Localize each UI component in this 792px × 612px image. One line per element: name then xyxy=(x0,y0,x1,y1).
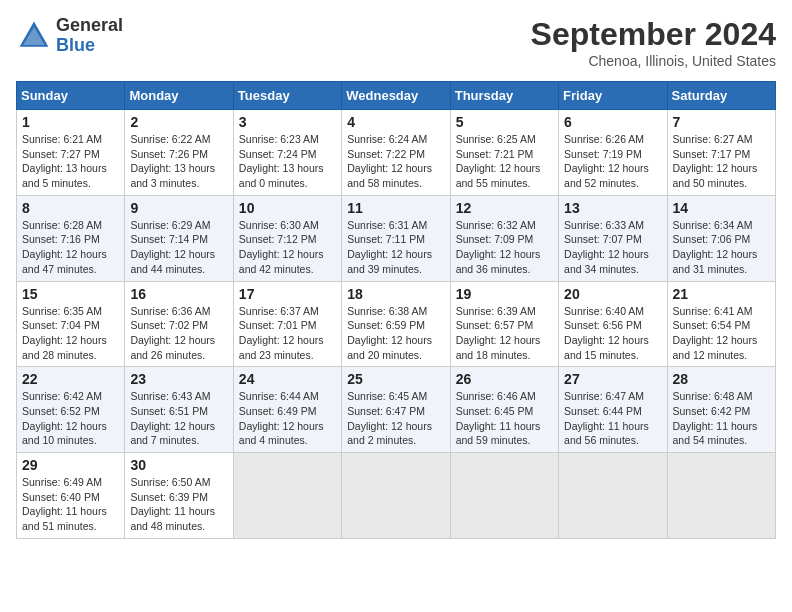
calendar-cell: 5Sunrise: 6:25 AMSunset: 7:21 PMDaylight… xyxy=(450,110,558,196)
day-number: 8 xyxy=(22,200,119,216)
day-info: Sunrise: 6:21 AMSunset: 7:27 PMDaylight:… xyxy=(22,132,119,191)
day-info: Sunrise: 6:32 AMSunset: 7:09 PMDaylight:… xyxy=(456,218,553,277)
day-info: Sunrise: 6:37 AMSunset: 7:01 PMDaylight:… xyxy=(239,304,336,363)
day-number: 23 xyxy=(130,371,227,387)
day-number: 17 xyxy=(239,286,336,302)
calendar-week-row: 29Sunrise: 6:49 AMSunset: 6:40 PMDayligh… xyxy=(17,453,776,539)
day-number: 1 xyxy=(22,114,119,130)
day-info: Sunrise: 6:34 AMSunset: 7:06 PMDaylight:… xyxy=(673,218,770,277)
day-number: 26 xyxy=(456,371,553,387)
calendar-cell xyxy=(559,453,667,539)
logo-text: General Blue xyxy=(56,16,123,56)
calendar-cell: 18Sunrise: 6:38 AMSunset: 6:59 PMDayligh… xyxy=(342,281,450,367)
day-info: Sunrise: 6:45 AMSunset: 6:47 PMDaylight:… xyxy=(347,389,444,448)
day-number: 4 xyxy=(347,114,444,130)
day-header-sunday: Sunday xyxy=(17,82,125,110)
calendar-cell: 12Sunrise: 6:32 AMSunset: 7:09 PMDayligh… xyxy=(450,195,558,281)
calendar-cell: 21Sunrise: 6:41 AMSunset: 6:54 PMDayligh… xyxy=(667,281,775,367)
logo: General Blue xyxy=(16,16,123,56)
calendar-week-row: 22Sunrise: 6:42 AMSunset: 6:52 PMDayligh… xyxy=(17,367,776,453)
day-number: 18 xyxy=(347,286,444,302)
day-number: 5 xyxy=(456,114,553,130)
day-number: 12 xyxy=(456,200,553,216)
day-number: 14 xyxy=(673,200,770,216)
day-info: Sunrise: 6:40 AMSunset: 6:56 PMDaylight:… xyxy=(564,304,661,363)
calendar-cell: 14Sunrise: 6:34 AMSunset: 7:06 PMDayligh… xyxy=(667,195,775,281)
day-number: 2 xyxy=(130,114,227,130)
calendar-week-row: 15Sunrise: 6:35 AMSunset: 7:04 PMDayligh… xyxy=(17,281,776,367)
day-number: 19 xyxy=(456,286,553,302)
calendar-header-row: SundayMondayTuesdayWednesdayThursdayFrid… xyxy=(17,82,776,110)
day-info: Sunrise: 6:22 AMSunset: 7:26 PMDaylight:… xyxy=(130,132,227,191)
calendar-cell: 15Sunrise: 6:35 AMSunset: 7:04 PMDayligh… xyxy=(17,281,125,367)
day-info: Sunrise: 6:33 AMSunset: 7:07 PMDaylight:… xyxy=(564,218,661,277)
day-info: Sunrise: 6:38 AMSunset: 6:59 PMDaylight:… xyxy=(347,304,444,363)
day-info: Sunrise: 6:43 AMSunset: 6:51 PMDaylight:… xyxy=(130,389,227,448)
day-number: 15 xyxy=(22,286,119,302)
day-header-friday: Friday xyxy=(559,82,667,110)
day-info: Sunrise: 6:46 AMSunset: 6:45 PMDaylight:… xyxy=(456,389,553,448)
day-info: Sunrise: 6:26 AMSunset: 7:19 PMDaylight:… xyxy=(564,132,661,191)
day-header-thursday: Thursday xyxy=(450,82,558,110)
day-number: 24 xyxy=(239,371,336,387)
day-info: Sunrise: 6:42 AMSunset: 6:52 PMDaylight:… xyxy=(22,389,119,448)
logo-general: General xyxy=(56,16,123,36)
calendar-cell xyxy=(667,453,775,539)
day-header-tuesday: Tuesday xyxy=(233,82,341,110)
day-info: Sunrise: 6:28 AMSunset: 7:16 PMDaylight:… xyxy=(22,218,119,277)
location: Chenoa, Illinois, United States xyxy=(531,53,776,69)
day-number: 11 xyxy=(347,200,444,216)
calendar-cell: 17Sunrise: 6:37 AMSunset: 7:01 PMDayligh… xyxy=(233,281,341,367)
day-number: 21 xyxy=(673,286,770,302)
calendar-cell: 27Sunrise: 6:47 AMSunset: 6:44 PMDayligh… xyxy=(559,367,667,453)
calendar-cell: 25Sunrise: 6:45 AMSunset: 6:47 PMDayligh… xyxy=(342,367,450,453)
logo-blue: Blue xyxy=(56,36,123,56)
day-info: Sunrise: 6:36 AMSunset: 7:02 PMDaylight:… xyxy=(130,304,227,363)
day-info: Sunrise: 6:30 AMSunset: 7:12 PMDaylight:… xyxy=(239,218,336,277)
calendar-cell: 7Sunrise: 6:27 AMSunset: 7:17 PMDaylight… xyxy=(667,110,775,196)
day-number: 3 xyxy=(239,114,336,130)
calendar-cell: 20Sunrise: 6:40 AMSunset: 6:56 PMDayligh… xyxy=(559,281,667,367)
day-info: Sunrise: 6:35 AMSunset: 7:04 PMDaylight:… xyxy=(22,304,119,363)
day-number: 9 xyxy=(130,200,227,216)
month-title: September 2024 xyxy=(531,16,776,53)
day-info: Sunrise: 6:47 AMSunset: 6:44 PMDaylight:… xyxy=(564,389,661,448)
calendar-cell: 22Sunrise: 6:42 AMSunset: 6:52 PMDayligh… xyxy=(17,367,125,453)
day-number: 29 xyxy=(22,457,119,473)
day-number: 13 xyxy=(564,200,661,216)
calendar-cell: 4Sunrise: 6:24 AMSunset: 7:22 PMDaylight… xyxy=(342,110,450,196)
day-info: Sunrise: 6:25 AMSunset: 7:21 PMDaylight:… xyxy=(456,132,553,191)
calendar-cell: 19Sunrise: 6:39 AMSunset: 6:57 PMDayligh… xyxy=(450,281,558,367)
calendar-cell: 13Sunrise: 6:33 AMSunset: 7:07 PMDayligh… xyxy=(559,195,667,281)
calendar-table: SundayMondayTuesdayWednesdayThursdayFrid… xyxy=(16,81,776,539)
day-info: Sunrise: 6:48 AMSunset: 6:42 PMDaylight:… xyxy=(673,389,770,448)
day-number: 16 xyxy=(130,286,227,302)
day-number: 22 xyxy=(22,371,119,387)
day-number: 6 xyxy=(564,114,661,130)
calendar-cell xyxy=(342,453,450,539)
day-info: Sunrise: 6:44 AMSunset: 6:49 PMDaylight:… xyxy=(239,389,336,448)
day-info: Sunrise: 6:27 AMSunset: 7:17 PMDaylight:… xyxy=(673,132,770,191)
calendar-cell: 8Sunrise: 6:28 AMSunset: 7:16 PMDaylight… xyxy=(17,195,125,281)
logo-icon xyxy=(16,18,52,54)
day-info: Sunrise: 6:50 AMSunset: 6:39 PMDaylight:… xyxy=(130,475,227,534)
calendar-cell: 3Sunrise: 6:23 AMSunset: 7:24 PMDaylight… xyxy=(233,110,341,196)
calendar-cell: 9Sunrise: 6:29 AMSunset: 7:14 PMDaylight… xyxy=(125,195,233,281)
calendar-cell xyxy=(450,453,558,539)
calendar-cell: 23Sunrise: 6:43 AMSunset: 6:51 PMDayligh… xyxy=(125,367,233,453)
day-number: 20 xyxy=(564,286,661,302)
day-number: 7 xyxy=(673,114,770,130)
calendar-cell: 28Sunrise: 6:48 AMSunset: 6:42 PMDayligh… xyxy=(667,367,775,453)
calendar-cell: 16Sunrise: 6:36 AMSunset: 7:02 PMDayligh… xyxy=(125,281,233,367)
calendar-cell: 2Sunrise: 6:22 AMSunset: 7:26 PMDaylight… xyxy=(125,110,233,196)
day-info: Sunrise: 6:39 AMSunset: 6:57 PMDaylight:… xyxy=(456,304,553,363)
day-number: 25 xyxy=(347,371,444,387)
page-header: General Blue September 2024 Chenoa, Illi… xyxy=(16,16,776,69)
title-block: September 2024 Chenoa, Illinois, United … xyxy=(531,16,776,69)
day-number: 30 xyxy=(130,457,227,473)
day-header-wednesday: Wednesday xyxy=(342,82,450,110)
calendar-cell xyxy=(233,453,341,539)
day-info: Sunrise: 6:24 AMSunset: 7:22 PMDaylight:… xyxy=(347,132,444,191)
calendar-week-row: 1Sunrise: 6:21 AMSunset: 7:27 PMDaylight… xyxy=(17,110,776,196)
day-info: Sunrise: 6:41 AMSunset: 6:54 PMDaylight:… xyxy=(673,304,770,363)
